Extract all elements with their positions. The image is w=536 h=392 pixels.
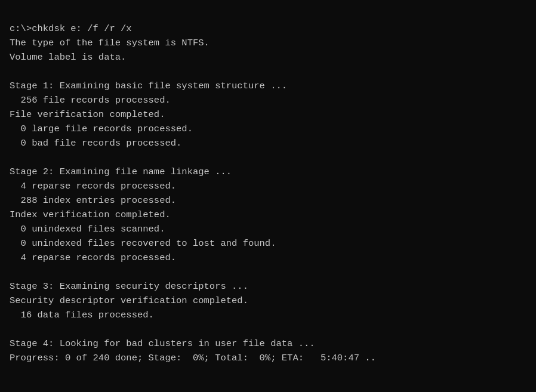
terminal-line-line-7: 0 bad file records processed. [10,136,526,150]
terminal-line-line-1: The type of the file system is NTFS. [10,36,526,50]
terminal-line-line-8: Stage 2: Examining file name linkage ... [10,165,526,179]
terminal-line-line-15: Stage 3: Examining security descriptors … [10,279,526,294]
terminal-line-empty-1 [10,64,526,79]
terminal-line-line-13: 0 unindexed files recovered to lost and … [10,236,526,251]
terminal-line-line-12: 0 unindexed files scanned. [10,222,526,236]
terminal-line-line-10: 288 index entries processed. [10,193,526,208]
terminal-line-line-14: 4 reparse records processed. [10,251,526,265]
terminal-line-empty-4 [10,322,526,337]
terminal-line-line-16: Security descriptor verification complet… [10,294,526,308]
terminal-line-line-9: 4 reparse records processed. [10,179,526,193]
terminal-line-empty-3 [10,265,526,279]
terminal-line-line-5: File verification completed. [10,107,526,122]
terminal-window: c:\>chkdsk e: /f /r /xThe type of the fi… [0,0,536,392]
terminal-line-line-19: Progress: 0 of 240 done; Stage: 0%; Tota… [10,351,526,365]
terminal-line-line-2: Volume label is data. [10,50,526,64]
terminal-line-cmd-line: c:\>chkdsk e: /f /r /x [10,21,526,36]
terminal-line-line-3: Stage 1: Examining basic file system str… [10,79,526,93]
terminal-line-line-6: 0 large file records processed. [10,122,526,136]
terminal-line-line-18: Stage 4: Looking for bad clusters in use… [10,337,526,351]
terminal-line-line-11: Index verification completed. [10,208,526,222]
terminal-line-empty-2 [10,150,526,165]
terminal-line-line-4: 256 file records processed. [10,93,526,107]
terminal-line-line-17: 16 data files processed. [10,308,526,322]
